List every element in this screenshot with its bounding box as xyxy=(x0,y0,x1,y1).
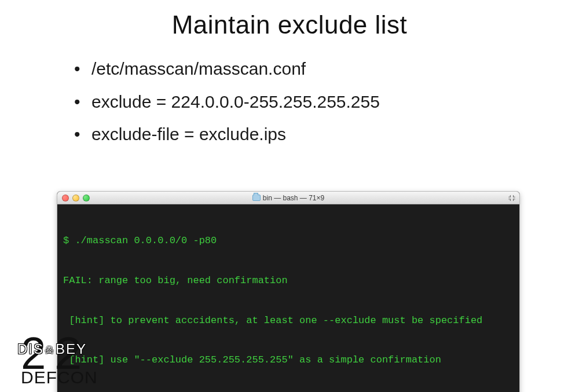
slide: Maintain exclude list /etc/masscan/massc… xyxy=(0,0,579,392)
minimize-icon[interactable] xyxy=(72,195,79,202)
window-title-group: bin — bash — 71×9 xyxy=(57,192,519,204)
window-traffic-lights xyxy=(57,195,90,202)
bullet-item: /etc/masscan/masscan.conf xyxy=(74,56,579,83)
bullet-item: exclude = 224.0.0.0-255.255.255.255 xyxy=(74,89,579,116)
defcon-logo: 2 2 DIS☠BEY DEFCON xyxy=(21,332,113,387)
terminal-titlebar: bin — bash — 71×9 xyxy=(57,192,519,204)
window-title: bin — bash — 71×9 xyxy=(263,194,324,202)
logo-shapes: 2 2 DIS☠BEY xyxy=(21,332,113,371)
zoom-icon[interactable] xyxy=(83,195,90,202)
logo-disobey: DIS☠BEY xyxy=(17,341,87,357)
slide-title: Maintain exclude list xyxy=(0,10,579,39)
close-icon[interactable] xyxy=(62,195,69,202)
terminal-line: FAIL: range too big, need confirmation xyxy=(63,274,514,288)
terminal-window: bin — bash — 71×9 $ ./masscan 0.0.0.0/0 … xyxy=(57,191,520,392)
terminal-line: [hint] use "--exclude 255.255.255.255" a… xyxy=(63,354,514,367)
terminal-body: $ ./masscan 0.0.0.0/0 -p80 FAIL: range t… xyxy=(57,204,519,392)
bullet-item: exclude-file = exclude.ips xyxy=(74,121,579,148)
bullet-list: /etc/masscan/masscan.conf exclude = 224.… xyxy=(74,56,579,148)
terminal-line: [hint] to prevent acccidents, at least o… xyxy=(63,314,514,328)
expand-icon[interactable] xyxy=(508,194,516,202)
skull-icon: ☠ xyxy=(44,344,56,357)
terminal-line: $ ./masscan 0.0.0.0/0 -p80 xyxy=(63,235,514,248)
folder-icon xyxy=(252,195,261,201)
